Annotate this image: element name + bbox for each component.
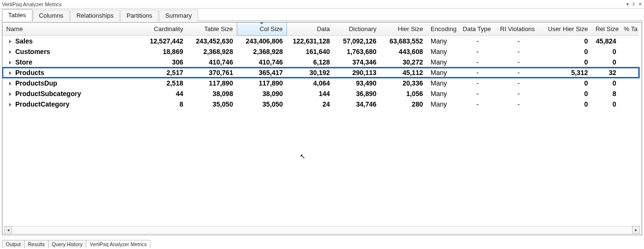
cell-col_size: 38,090 — [237, 88, 286, 99]
row-name: Products — [15, 69, 44, 76]
cell-user_hier_size: 0 — [541, 88, 591, 99]
scroll-right-button[interactable]: ▸ — [632, 226, 640, 234]
bottom-tab-vertipaq-analyzer-metrics[interactable]: VertiPaq Analyzer Metrics — [86, 240, 151, 248]
cell-pct_table — [620, 99, 639, 109]
cell-hier_size: 45,112 — [380, 67, 427, 78]
cell-rel_size: 8 — [591, 88, 620, 99]
table-row[interactable]: Products2,517370,761365,41730,192290,113… — [2, 67, 639, 78]
row-name: Store — [15, 58, 32, 66]
cell-pct_table — [620, 78, 639, 88]
expand-icon[interactable] — [9, 103, 11, 107]
cell-dictionary: 36,890 — [334, 88, 380, 99]
cell-data: 144 — [287, 88, 334, 99]
cell-ri_violations: - — [496, 78, 541, 88]
expand-icon[interactable] — [9, 71, 11, 75]
cell-table_size: 370,761 — [187, 67, 237, 78]
expand-icon[interactable] — [9, 40, 11, 43]
bottom-tabstrip: OutputResultsQuery HistoryVertiPaq Analy… — [2, 240, 150, 248]
cell-cardinality: 2,517 — [132, 67, 187, 78]
table-row[interactable]: ProductsDup2,518117,890117,8904,06493,49… — [2, 78, 639, 88]
cell-rel_size: 0 — [591, 78, 620, 88]
bottom-tab-results[interactable]: Results — [24, 240, 49, 248]
expand-icon[interactable] — [9, 82, 11, 86]
cell-ri_violations: - — [496, 36, 541, 47]
expand-icon[interactable] — [9, 92, 11, 96]
col-header-table_size[interactable]: Table Size — [187, 22, 237, 36]
col-header-hier_size[interactable]: Hier Size — [380, 22, 427, 36]
col-header-encoding[interactable]: Encoding — [427, 22, 459, 36]
cell-hier_size: 1,056 — [380, 88, 427, 99]
col-header-dictionary[interactable]: Dictionary — [334, 22, 380, 36]
cell-encoding: Many — [427, 57, 459, 67]
col-header-col_size[interactable]: Col Size — [237, 22, 286, 36]
panel-title: VertiPaq Analyzer Metrics — [2, 1, 62, 7]
tab-columns[interactable]: Columns — [33, 10, 70, 21]
cell-dictionary: 93,490 — [334, 78, 380, 88]
col-header-cardinality[interactable]: Cardinality — [132, 22, 187, 36]
titlebar-controls: ▾ ⇩ ✕ — [626, 1, 642, 7]
cell-user_hier_size: 5,312 — [541, 67, 591, 78]
cell-col_size: 365,417 — [237, 67, 286, 78]
cell-user_hier_size: 0 — [541, 36, 591, 47]
table-row[interactable]: Sales12,527,442243,452,630243,406,806122… — [2, 36, 639, 47]
sort-desc-icon — [259, 22, 264, 24]
col-header-pct_table[interactable]: % Ta — [620, 22, 639, 36]
dropdown-icon[interactable]: ▾ — [626, 1, 629, 7]
tab-summary[interactable]: Summary — [159, 10, 198, 21]
cell-col_size: 410,746 — [237, 57, 286, 67]
table-row[interactable]: ProductCategory835,05035,0502434,746280M… — [2, 99, 639, 109]
cell-user_hier_size: 0 — [541, 46, 591, 57]
cell-cardinality: 44 — [132, 88, 187, 99]
horizontal-scrollbar[interactable]: ◂ ▸ — [4, 226, 640, 234]
cell-table_size: 35,050 — [187, 99, 237, 109]
cell-encoding: Many — [427, 78, 459, 88]
cell-data_type: - — [459, 67, 496, 78]
scroll-left-button[interactable]: ◂ — [4, 226, 12, 234]
expand-icon[interactable] — [9, 61, 11, 65]
col-header-user_hier_size[interactable]: User Hier Size — [541, 22, 591, 36]
tab-tables[interactable]: Tables — [2, 9, 32, 21]
cell-data: 24 — [287, 99, 334, 109]
col-header-ri_violations[interactable]: RI Violations — [496, 22, 541, 36]
cell-rel_size: 0 — [591, 46, 620, 57]
table-header-row: NameCardinalityTable SizeCol SizeDataDic… — [2, 22, 639, 36]
expand-icon[interactable] — [9, 50, 11, 54]
cell-data: 122,631,128 — [287, 36, 334, 47]
cell-data: 6,128 — [287, 57, 334, 67]
cell-data: 4,064 — [287, 78, 334, 88]
cell-ri_violations: - — [496, 46, 541, 57]
cell-cardinality: 8 — [132, 99, 187, 109]
cell-rel_size: 0 — [591, 99, 620, 109]
cell-data_type: - — [459, 46, 496, 57]
close-icon[interactable]: ✕ — [638, 1, 642, 7]
table-row[interactable]: Store306410,746410,7466,128374,34630,272… — [2, 57, 639, 67]
tab-partitions[interactable]: Partitions — [120, 10, 158, 21]
cell-cardinality: 2,518 — [132, 78, 187, 88]
tab-relationships[interactable]: Relationships — [70, 10, 120, 21]
cell-ri_violations: - — [496, 88, 541, 99]
cell-rel_size: 0 — [591, 57, 620, 67]
pin-icon[interactable]: ⇩ — [632, 1, 635, 7]
cell-dictionary: 374,346 — [334, 57, 380, 67]
cell-ri_violations: - — [496, 99, 541, 109]
cell-rel_size: 32 — [591, 67, 620, 78]
col-header-data[interactable]: Data — [287, 22, 334, 36]
cell-table_size: 38,098 — [187, 88, 237, 99]
col-header-name[interactable]: Name — [2, 22, 132, 36]
scroll-track[interactable] — [12, 226, 632, 234]
cell-user_hier_size: 0 — [541, 57, 591, 67]
col-header-rel_size[interactable]: Rel Size — [591, 22, 620, 36]
cell-cardinality: 306 — [132, 57, 187, 67]
cell-data_type: - — [459, 36, 496, 47]
cell-hier_size: 30,272 — [380, 57, 427, 67]
bottom-tab-output[interactable]: Output — [2, 240, 25, 248]
cursor-icon: ↖ — [300, 152, 306, 160]
panel-titlebar: VertiPaq Analyzer Metrics ▾ ⇩ ✕ — [0, 0, 644, 9]
table-row[interactable]: Customers18,8692,368,9282,368,928161,640… — [2, 46, 639, 57]
cell-data: 161,640 — [287, 46, 334, 57]
table-row[interactable]: ProductSubcategory4438,09838,09014436,89… — [2, 88, 639, 99]
col-header-data_type[interactable]: Data Type — [459, 22, 496, 36]
bottom-tab-query-history[interactable]: Query History — [48, 240, 86, 248]
cell-data_type: - — [459, 88, 496, 99]
cell-col_size: 243,406,806 — [237, 36, 286, 47]
